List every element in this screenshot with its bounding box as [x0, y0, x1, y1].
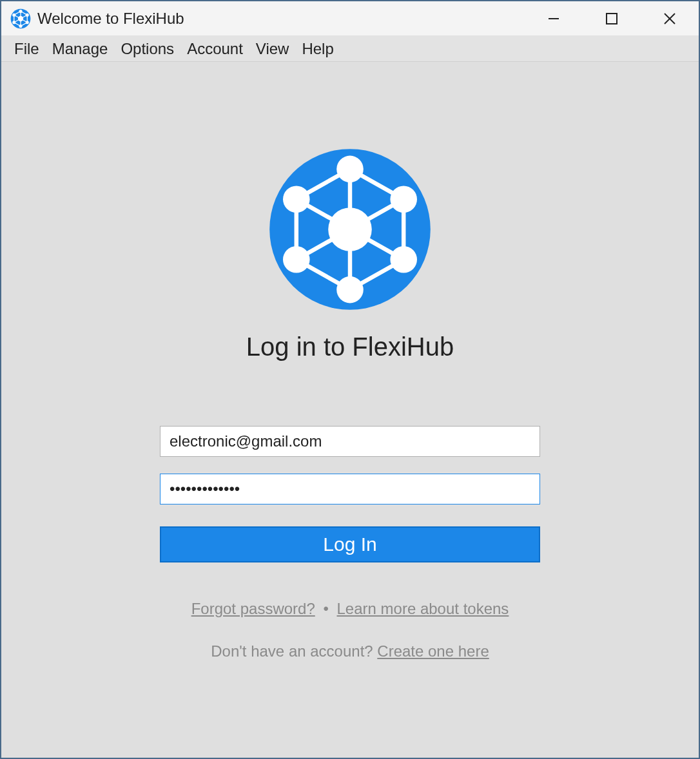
- svg-point-27: [328, 207, 372, 251]
- svg-point-23: [390, 246, 417, 273]
- menu-view[interactable]: View: [251, 39, 295, 59]
- svg-point-8: [19, 24, 22, 27]
- window-controls: [525, 1, 699, 35]
- separator-dot: •: [323, 600, 328, 617]
- svg-point-6: [26, 13, 29, 16]
- main-content: Log in to FlexiHub Log In Forgot passwor…: [1, 62, 699, 758]
- login-heading: Log in to FlexiHub: [246, 332, 454, 361]
- menu-account[interactable]: Account: [182, 39, 248, 59]
- close-button[interactable]: [641, 1, 699, 35]
- menu-options[interactable]: Options: [115, 39, 179, 59]
- app-window: Welcome to FlexiHub File Manage Options …: [0, 0, 700, 759]
- app-icon: [10, 8, 31, 29]
- svg-point-10: [12, 13, 15, 16]
- svg-point-22: [390, 186, 417, 213]
- login-button[interactable]: Log In: [160, 526, 540, 562]
- svg-point-21: [336, 156, 364, 183]
- password-input[interactable]: [160, 474, 540, 504]
- titlebar: Welcome to FlexiHub: [1, 1, 699, 36]
- maximize-button[interactable]: [583, 1, 641, 35]
- maximize-icon: [606, 13, 617, 24]
- menubar: File Manage Options Account View Help: [1, 36, 699, 62]
- signup-row: Don't have an account? Create one here: [160, 642, 540, 660]
- svg-point-11: [18, 15, 23, 21]
- create-account-link[interactable]: Create one here: [377, 642, 489, 660]
- svg-point-24: [336, 276, 364, 303]
- menu-manage[interactable]: Manage: [47, 39, 113, 59]
- forgot-password-link[interactable]: Forgot password?: [191, 600, 315, 617]
- svg-point-5: [19, 9, 22, 12]
- window-title: Welcome to FlexiHub: [37, 10, 525, 28]
- login-form: Log In Forgot password? • Learn more abo…: [160, 426, 540, 660]
- minimize-button[interactable]: [525, 1, 583, 35]
- svg-rect-13: [607, 14, 617, 24]
- menu-file[interactable]: File: [9, 39, 44, 59]
- minimize-icon: [548, 13, 559, 24]
- svg-point-26: [283, 186, 310, 213]
- flexihub-logo-icon: [266, 146, 434, 313]
- svg-point-25: [283, 246, 310, 273]
- svg-point-9: [12, 21, 15, 24]
- learn-tokens-link[interactable]: Learn more about tokens: [337, 600, 509, 617]
- svg-point-7: [26, 21, 29, 24]
- email-input[interactable]: [160, 426, 540, 457]
- no-account-text: Don't have an account?: [211, 642, 377, 660]
- help-links: Forgot password? • Learn more about toke…: [160, 600, 540, 618]
- close-icon: [663, 12, 676, 25]
- menu-help[interactable]: Help: [297, 39, 338, 59]
